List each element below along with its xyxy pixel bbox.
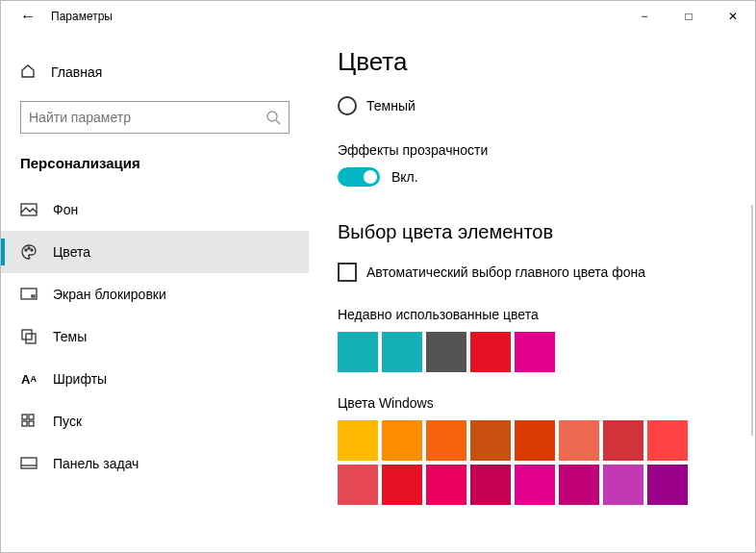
nav-background[interactable]: Фон [1, 189, 309, 231]
transparency-toggle[interactable] [338, 167, 380, 187]
category-title: Персонализация [1, 151, 309, 189]
color-swatch[interactable] [338, 420, 378, 461]
svg-rect-10 [22, 415, 27, 419]
fonts-icon: AA [20, 370, 38, 388]
minimize-button[interactable]: − [622, 1, 667, 32]
nav-themes[interactable]: Темы [1, 315, 309, 358]
radio-label: Темный [366, 98, 416, 113]
radio-icon [338, 96, 357, 115]
svg-point-3 [25, 249, 27, 251]
themes-icon [20, 328, 38, 345]
windows-colors-label: Цвета Windows [338, 395, 736, 411]
color-swatch[interactable] [515, 465, 555, 505]
svg-point-5 [31, 249, 33, 251]
search-box[interactable] [20, 101, 290, 134]
nav-fonts[interactable]: AA Шрифты [1, 358, 309, 400]
close-button[interactable]: ✕ [711, 1, 755, 32]
svg-rect-14 [21, 458, 37, 468]
page-title: Цвета [338, 39, 736, 92]
color-swatch[interactable] [559, 465, 599, 505]
accent-heading: Выбор цвета элементов [338, 221, 736, 243]
nav-label: Пуск [53, 414, 82, 429]
color-swatch[interactable] [426, 332, 466, 372]
home-label: Главная [51, 64, 102, 80]
color-swatch[interactable] [382, 420, 422, 461]
nav-label: Экран блокировки [53, 287, 166, 302]
picture-icon [20, 201, 38, 218]
svg-point-4 [28, 247, 30, 249]
color-swatch[interactable] [338, 332, 378, 372]
nav-taskbar[interactable]: Панель задач [1, 442, 309, 485]
svg-line-1 [276, 120, 280, 124]
color-swatch[interactable] [470, 465, 511, 505]
svg-rect-13 [29, 421, 34, 426]
nav-label: Фон [53, 202, 78, 217]
recent-colors [338, 332, 736, 372]
sidebar: Главная Персонализация Фон Цвета Экран б… [1, 32, 309, 552]
start-icon [20, 413, 38, 430]
auto-pick-checkbox[interactable]: Автоматический выбор главного цвета фона [338, 263, 736, 282]
nav-label: Цвета [53, 244, 90, 260]
color-swatch[interactable] [515, 332, 555, 372]
scrollbar[interactable] [751, 205, 753, 436]
main-content: Цвета Темный Эффекты прозрачности Вкл. В… [309, 32, 755, 552]
toggle-state: Вкл. [391, 169, 418, 185]
nav-label: Темы [53, 329, 87, 344]
search-icon [265, 110, 281, 125]
color-swatch[interactable] [647, 420, 688, 461]
color-swatch[interactable] [426, 420, 466, 461]
checkbox-icon [338, 263, 357, 282]
color-swatch[interactable] [470, 420, 511, 461]
nav-label: Панель задач [53, 456, 139, 471]
svg-rect-12 [22, 421, 27, 426]
window-title: Параметры [47, 10, 113, 23]
color-swatch[interactable] [470, 332, 511, 372]
svg-rect-9 [26, 334, 36, 343]
home-icon [20, 63, 36, 82]
windows-colors-grid [334, 420, 736, 505]
home-nav[interactable]: Главная [1, 55, 309, 89]
svg-point-0 [267, 112, 277, 121]
search-input[interactable] [29, 110, 265, 125]
nav-lockscreen[interactable]: Экран блокировки [1, 273, 309, 315]
color-swatch[interactable] [603, 465, 643, 505]
svg-rect-11 [29, 415, 34, 419]
checkbox-label: Автоматический выбор главного цвета фона [366, 264, 645, 280]
color-swatch[interactable] [647, 465, 688, 505]
svg-rect-7 [32, 295, 35, 297]
color-swatch[interactable] [559, 420, 599, 461]
back-button[interactable]: ← [9, 8, 47, 25]
lockscreen-icon [20, 286, 38, 303]
color-swatch[interactable] [382, 465, 422, 505]
recent-colors-label: Недавно использованные цвета [338, 307, 736, 322]
nav-label: Шрифты [53, 371, 107, 387]
maximize-button[interactable]: □ [667, 1, 711, 32]
color-mode-dark[interactable]: Темный [338, 96, 736, 115]
nav-colors[interactable]: Цвета [1, 231, 309, 273]
taskbar-icon [20, 455, 38, 472]
color-swatch[interactable] [515, 420, 555, 461]
svg-rect-8 [22, 330, 32, 339]
color-swatch[interactable] [603, 420, 643, 461]
palette-icon [20, 243, 38, 261]
color-swatch[interactable] [426, 465, 466, 505]
nav-start[interactable]: Пуск [1, 400, 309, 442]
transparency-label: Эффекты прозрачности [338, 142, 736, 158]
color-swatch[interactable] [382, 332, 422, 372]
color-swatch[interactable] [338, 465, 378, 505]
